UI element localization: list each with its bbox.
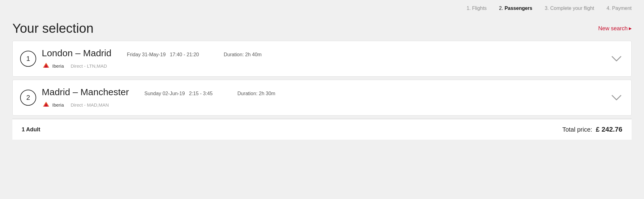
flight-airline-row-1: Iberia Direct - LTN,MAD <box>42 62 605 70</box>
airline-name-2: Iberia <box>52 102 64 108</box>
flight-duration-1: Duration: 2h 40m <box>224 52 262 57</box>
flight-duration-2: Duration: 2h 30m <box>237 91 275 96</box>
step-payment[interactable]: 4. Payment <box>607 6 632 11</box>
route-code-2: Direct - MAD,MAN <box>71 102 109 108</box>
flight-badge-1: 1 <box>20 51 36 67</box>
iberia-logo-1 <box>42 62 50 70</box>
flight-datetime-2: Sunday 02-Jun-19 2:15 - 3:45 <box>144 91 213 96</box>
flight-datetime-1: Friday 31-May-19 17:40 - 21:20 <box>127 52 199 57</box>
step-flights[interactable]: 1. Flights <box>466 6 487 11</box>
price-amount: £ 242.76 <box>594 125 622 133</box>
flight-content-1: London – Madrid Friday 31-May-19 17:40 -… <box>42 48 605 70</box>
steps-navigation: 1. Flights 2. Passengers 3. Complete you… <box>12 0 632 15</box>
flight-content-2: Madrid – Manchester Sunday 02-Jun-19 2:1… <box>42 87 605 108</box>
new-search-button[interactable]: New search <box>598 25 632 32</box>
step-passengers[interactable]: 2. Passengers <box>499 6 532 11</box>
airline-name-1: Iberia <box>52 63 64 69</box>
expand-button-2[interactable] <box>611 92 622 103</box>
flight-card-2: 2 Madrid – Manchester Sunday 02-Jun-19 2… <box>12 80 632 116</box>
iberia-logo-2 <box>42 101 50 108</box>
flight-text-1: London – Madrid Friday 31-May-19 17:40 -… <box>42 48 605 70</box>
flights-container: 1 London – Madrid Friday 31-May-19 17:40… <box>12 41 632 140</box>
flight-badge-2: 2 <box>20 90 36 106</box>
flight-card-1: 1 London – Madrid Friday 31-May-19 17:40… <box>12 41 632 77</box>
total-price: Total price: £ 242.76 <box>562 125 622 133</box>
expand-button-1[interactable] <box>611 53 622 64</box>
flight-airline-row-2: Iberia Direct - MAD,MAN <box>42 101 605 108</box>
flight-header-line-1: London – Madrid Friday 31-May-19 17:40 -… <box>42 48 605 60</box>
flight-header-line-2: Madrid – Manchester Sunday 02-Jun-19 2:1… <box>42 87 605 99</box>
step-complete[interactable]: 3. Complete your flight <box>545 6 594 11</box>
flight-text-2: Madrid – Manchester Sunday 02-Jun-19 2:1… <box>42 87 605 108</box>
passengers-label: 1 Adult <box>22 126 40 133</box>
flight-route-2: Madrid – Manchester <box>42 87 129 97</box>
page-title: Your selection <box>12 21 93 36</box>
route-code-1: Direct - LTN,MAD <box>71 63 107 69</box>
flight-route-1: London – Madrid <box>42 48 111 58</box>
header-row: Your selection New search <box>12 15 632 41</box>
summary-row: 1 Adult Total price: £ 242.76 <box>12 119 632 140</box>
